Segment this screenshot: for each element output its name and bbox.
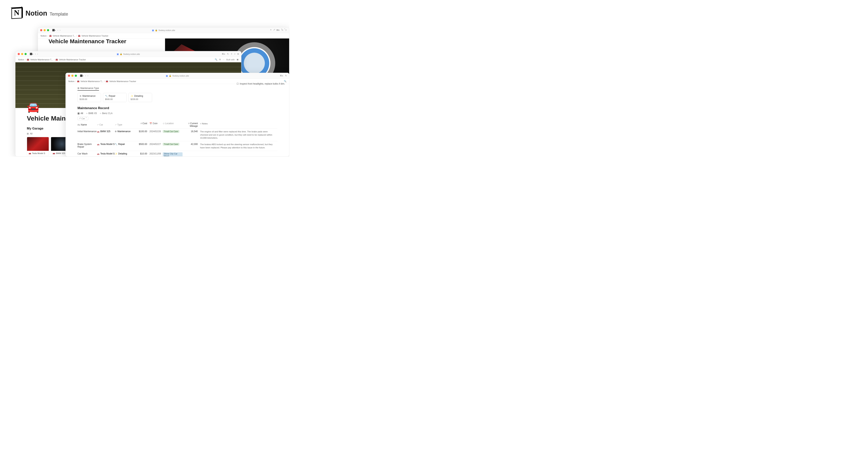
translate-icon[interactable]: ⌘ᴀ — [222, 53, 225, 55]
brand-name: Notion — [26, 9, 47, 17]
minimize-button[interactable] — [43, 29, 46, 31]
section-title: Maintenance Record — [78, 106, 277, 110]
lock-icon: 🔒 — [120, 53, 122, 55]
forward-button[interactable]: › — [88, 75, 88, 77]
reader-icon[interactable]: ▣ — [166, 75, 168, 77]
tabs-icon[interactable]: ⧉ — [237, 53, 239, 55]
reload-icon[interactable]: ↻ — [285, 75, 287, 77]
table-row[interactable]: Brake System Repair🚗 Tesla Model S🔧 Repa… — [78, 141, 277, 151]
tab-bmb[interactable]: ○BMB X5 — [86, 112, 97, 115]
col-date[interactable]: Date — [153, 122, 157, 125]
forward-button[interactable]: › — [37, 53, 38, 55]
tab-all[interactable]: All — [30, 133, 32, 135]
circle-icon: ○ — [86, 112, 87, 115]
breadcrumb-leaf[interactable]: Vehicle Maintenance Tracker — [109, 80, 136, 83]
resize-icon[interactable]: ⤢ — [273, 28, 275, 31]
back-button[interactable]: ‹ — [58, 29, 58, 31]
built-with-label[interactable]: Built with — [226, 58, 235, 61]
maintenance-table: Aa Name ↗ Car ↗ Type # Cost 📅 Date ⊙ Loc… — [78, 122, 277, 156]
breadcrumb-mid[interactable]: Vehicle Maintenance T... — [53, 35, 75, 37]
col-cost[interactable]: Cost — [143, 122, 147, 125]
close-button[interactable] — [40, 29, 42, 31]
back-button[interactable]: ‹ — [35, 53, 36, 55]
brand-subtitle: Template — [50, 11, 68, 17]
car-icon: 🚗 — [29, 152, 31, 154]
gallery-card[interactable]: 🚗Tesla Model S — [27, 137, 49, 156]
tab-label: Maintenance Type — [80, 87, 99, 89]
breadcrumb-mid[interactable]: Vehicle Maintenance T... — [81, 80, 103, 83]
maximize-button[interactable] — [47, 29, 49, 31]
panel-icon[interactable]: ▭ — [277, 28, 279, 31]
cell-car: 🚗 Tesla Model S — [97, 152, 115, 155]
titlebar: ⬛▸ ‹ › ▣ 🔒 fivekey.notion.site ⌘ᴀ ↻ — [66, 73, 289, 79]
minimize-button[interactable] — [71, 75, 73, 77]
reader-icon[interactable]: ▣ — [152, 29, 154, 32]
window-front: ⬛▸ ‹ › ▣ 🔒 fivekey.notion.site ⌘ᴀ ↻ Noti… — [65, 73, 289, 156]
tab-all[interactable]: ▦All — [78, 112, 83, 115]
more-icon[interactable]: ··· — [223, 58, 224, 61]
tab-maintenance-type[interactable]: ⊞ Maintenance Type — [78, 87, 99, 91]
tab-benz[interactable]: ○Benz CLA — [100, 112, 113, 115]
sidebar-toggle-icon[interactable]: ⬛▸ — [80, 75, 84, 77]
titlebar: ⬛▸ ‹ › ▣ 🔒 fivekey.notion.site ⌘ᴀ ↻ ⇧ + … — [16, 51, 241, 57]
forward-button[interactable]: › — [60, 29, 61, 31]
col-car[interactable]: Car — [99, 123, 103, 126]
search-icon[interactable]: 🔍 — [215, 58, 217, 61]
up-icon[interactable]: ˄ — [281, 28, 282, 31]
card-value: $100.00 — [80, 98, 99, 100]
search-icon[interactable]: 🔍 — [284, 80, 286, 83]
breadcrumb-leaf[interactable]: Vehicle Maintenance Tracker — [82, 35, 108, 37]
minimize-button[interactable] — [21, 53, 23, 55]
breadcrumb-leaf[interactable]: Vehicle Maintenance Tracker — [59, 58, 86, 61]
add-icon[interactable]: + — [234, 53, 236, 55]
table-row[interactable]: Initial Maintenance🚗 BMW 325⚙ Maintenanc… — [78, 128, 277, 141]
breadcrumb: Notion/ 🚘 Vehicle Maintenance T.../ 🚘 Ve… — [16, 57, 241, 62]
sidebar-toggle-icon[interactable]: ⬛▸ — [52, 29, 56, 31]
url-text[interactable]: fivekey.notion.site — [123, 53, 140, 55]
breadcrumb-root[interactable]: Notion — [40, 35, 46, 37]
sparkle-icon: ✨ — [131, 95, 133, 97]
reader-icon[interactable]: ▣ — [117, 53, 119, 55]
car-icon: 🚗 — [53, 152, 55, 154]
col-name[interactable]: Name — [81, 123, 87, 126]
back-button[interactable]: ‹ — [85, 75, 86, 77]
col-mileage[interactable]: Current Mileage — [190, 122, 198, 127]
url-text[interactable]: fivekey.notion.site — [159, 29, 175, 31]
cell-car: 🚗 Tesla Model S — [97, 143, 115, 146]
reload-icon[interactable]: ↻ — [227, 53, 229, 55]
share-icon[interactable]: ⇧ — [285, 29, 287, 31]
url-text[interactable]: fivekey.notion.site — [173, 75, 189, 77]
expand-icon[interactable]: » — [270, 28, 272, 31]
copy-icon[interactable]: ⧉ — [219, 58, 221, 61]
col-location[interactable]: Location — [165, 122, 174, 125]
maximize-button[interactable] — [25, 53, 27, 55]
lock-icon: 🔒 — [155, 29, 158, 31]
col-type[interactable]: Type — [117, 123, 122, 126]
close-button[interactable] — [18, 53, 20, 55]
type-card-maintenance[interactable]: ⚙Maintenance $100.00 — [78, 93, 101, 102]
card-label: Tesla Model S — [32, 152, 45, 154]
breadcrumb-root[interactable]: Notion — [18, 58, 24, 61]
share-icon[interactable]: ⇧ — [231, 53, 232, 55]
type-card-repair[interactable]: 🔧Repair $500.00 — [103, 93, 127, 102]
notion-logo-icon: N — [11, 8, 22, 19]
cell-mileage: 42,000 — [183, 143, 200, 146]
table-row[interactable]: Car Wash🚗 Tesla Model S✨ Detailing$10.00… — [78, 151, 277, 156]
cell-location: Tmall Car Care — [163, 130, 183, 133]
maximize-button[interactable] — [75, 75, 77, 77]
col-notes[interactable]: Notes — [202, 122, 208, 125]
breadcrumb-mid[interactable]: Vehicle Maintenance T... — [30, 58, 53, 61]
sidebar-toggle-icon[interactable]: ⬛▸ — [30, 53, 33, 55]
type-card-detailing[interactable]: ✨Detailing $209.00 — [128, 93, 152, 102]
group-by-car[interactable]: ↗ Car ˅ — [78, 117, 88, 120]
down-icon[interactable]: ˅ — [284, 28, 285, 31]
checklist-item[interactable]: Inspect front headlights, replace bulbs … — [240, 83, 285, 85]
car-icon: 🚘 — [106, 80, 108, 83]
checkbox-icon[interactable]: ☐ — [237, 83, 239, 85]
translate-icon[interactable]: ⌘ᴀ — [280, 75, 283, 77]
group-label: Car — [82, 117, 85, 120]
breadcrumb-root[interactable]: Notion — [68, 80, 74, 83]
close-button[interactable] — [68, 75, 70, 77]
cell-date: 2024/02/27 — [149, 143, 163, 146]
cell-date: 2024/02/26 — [149, 130, 163, 133]
